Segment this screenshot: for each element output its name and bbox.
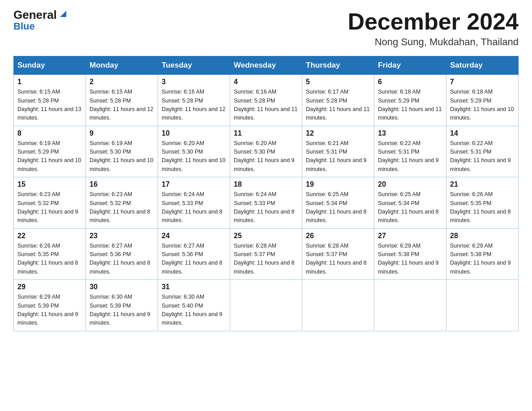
calendar-week-row: 8Sunrise: 6:19 AMSunset: 5:29 PMDaylight…: [14, 126, 519, 177]
day-info: Sunrise: 6:28 AMSunset: 5:37 PMDaylight:…: [234, 242, 298, 277]
page-header: General Blue December 2024 Nong Sung, Mu…: [13, 9, 519, 48]
calendar-cell: 23Sunrise: 6:27 AMSunset: 5:36 PMDayligh…: [86, 228, 158, 280]
day-info: Sunrise: 6:30 AMSunset: 5:39 PMDaylight:…: [90, 293, 154, 328]
day-number: 2: [90, 78, 154, 86]
day-info: Sunrise: 6:16 AMSunset: 5:28 PMDaylight:…: [162, 88, 226, 123]
day-info: Sunrise: 6:21 AMSunset: 5:31 PMDaylight:…: [306, 139, 370, 174]
column-header-thursday: Thursday: [302, 56, 374, 75]
location-title: Nong Sung, Mukdahan, Thailand: [348, 36, 519, 48]
calendar-cell: 20Sunrise: 6:25 AMSunset: 5:34 PMDayligh…: [374, 177, 446, 229]
day-number: 8: [17, 129, 82, 137]
day-number: 20: [378, 180, 442, 188]
day-number: 4: [234, 78, 298, 86]
day-number: 14: [450, 129, 515, 137]
calendar-cell: [374, 280, 446, 331]
day-info: Sunrise: 6:15 AMSunset: 5:28 PMDaylight:…: [17, 88, 82, 123]
logo-general: General: [13, 9, 57, 21]
day-number: 15: [17, 180, 82, 188]
calendar-cell: 22Sunrise: 6:26 AMSunset: 5:35 PMDayligh…: [14, 228, 86, 280]
day-number: 17: [162, 180, 226, 188]
calendar-cell: 21Sunrise: 6:26 AMSunset: 5:35 PMDayligh…: [446, 177, 519, 229]
calendar-week-row: 15Sunrise: 6:23 AMSunset: 5:32 PMDayligh…: [14, 177, 519, 229]
day-info: Sunrise: 6:15 AMSunset: 5:28 PMDaylight:…: [90, 88, 154, 123]
column-header-friday: Friday: [374, 56, 446, 75]
day-number: 24: [162, 232, 226, 240]
day-number: 1: [17, 78, 82, 86]
calendar-cell: 9Sunrise: 6:19 AMSunset: 5:30 PMDaylight…: [86, 126, 158, 177]
day-number: 28: [450, 232, 515, 240]
calendar-cell: 27Sunrise: 6:29 AMSunset: 5:38 PMDayligh…: [374, 228, 446, 280]
day-info: Sunrise: 6:23 AMSunset: 5:32 PMDaylight:…: [17, 190, 82, 225]
day-number: 7: [450, 78, 515, 86]
day-number: 13: [378, 129, 442, 137]
calendar-week-row: 1Sunrise: 6:15 AMSunset: 5:28 PMDaylight…: [14, 75, 519, 126]
day-info: Sunrise: 6:24 AMSunset: 5:33 PMDaylight:…: [162, 190, 226, 225]
day-number: 3: [162, 78, 226, 86]
day-info: Sunrise: 6:26 AMSunset: 5:35 PMDaylight:…: [450, 190, 515, 225]
calendar-cell: 29Sunrise: 6:29 AMSunset: 5:39 PMDayligh…: [14, 280, 86, 331]
logo: General Blue: [13, 9, 68, 32]
calendar-cell: 30Sunrise: 6:30 AMSunset: 5:39 PMDayligh…: [86, 280, 158, 331]
day-number: 10: [162, 129, 226, 137]
svg-marker-0: [60, 11, 66, 17]
calendar-cell: 25Sunrise: 6:28 AMSunset: 5:37 PMDayligh…: [230, 228, 302, 280]
calendar-cell: 28Sunrise: 6:29 AMSunset: 5:38 PMDayligh…: [446, 228, 519, 280]
calendar-cell: [446, 280, 519, 331]
day-number: 30: [90, 283, 154, 291]
calendar-cell: 6Sunrise: 6:18 AMSunset: 5:29 PMDaylight…: [374, 75, 446, 126]
calendar-cell: 12Sunrise: 6:21 AMSunset: 5:31 PMDayligh…: [302, 126, 374, 177]
column-header-sunday: Sunday: [14, 56, 86, 75]
calendar-header-row: SundayMondayTuesdayWednesdayThursdayFrid…: [14, 56, 519, 75]
day-info: Sunrise: 6:18 AMSunset: 5:29 PMDaylight:…: [450, 88, 515, 123]
calendar-cell: 18Sunrise: 6:24 AMSunset: 5:33 PMDayligh…: [230, 177, 302, 229]
day-info: Sunrise: 6:22 AMSunset: 5:31 PMDaylight:…: [450, 139, 515, 174]
day-number: 23: [90, 232, 154, 240]
day-number: 18: [234, 180, 298, 188]
calendar-cell: 8Sunrise: 6:19 AMSunset: 5:29 PMDaylight…: [14, 126, 86, 177]
day-number: 27: [378, 232, 442, 240]
day-info: Sunrise: 6:29 AMSunset: 5:38 PMDaylight:…: [450, 242, 515, 277]
day-info: Sunrise: 6:24 AMSunset: 5:33 PMDaylight:…: [234, 190, 298, 225]
day-info: Sunrise: 6:27 AMSunset: 5:36 PMDaylight:…: [90, 242, 154, 277]
calendar-cell: 16Sunrise: 6:23 AMSunset: 5:32 PMDayligh…: [86, 177, 158, 229]
day-number: 5: [306, 78, 370, 86]
day-info: Sunrise: 6:30 AMSunset: 5:40 PMDaylight:…: [162, 293, 226, 328]
day-number: 12: [306, 129, 370, 137]
calendar-cell: 19Sunrise: 6:25 AMSunset: 5:34 PMDayligh…: [302, 177, 374, 229]
calendar-week-row: 29Sunrise: 6:29 AMSunset: 5:39 PMDayligh…: [14, 280, 519, 331]
day-info: Sunrise: 6:17 AMSunset: 5:28 PMDaylight:…: [306, 88, 370, 123]
day-info: Sunrise: 6:25 AMSunset: 5:34 PMDaylight:…: [306, 190, 370, 225]
day-info: Sunrise: 6:26 AMSunset: 5:35 PMDaylight:…: [17, 242, 82, 277]
column-header-tuesday: Tuesday: [158, 56, 230, 75]
calendar-cell: 15Sunrise: 6:23 AMSunset: 5:32 PMDayligh…: [14, 177, 86, 229]
calendar-cell: 14Sunrise: 6:22 AMSunset: 5:31 PMDayligh…: [446, 126, 519, 177]
day-number: 11: [234, 129, 298, 137]
calendar-week-row: 22Sunrise: 6:26 AMSunset: 5:35 PMDayligh…: [14, 228, 519, 280]
day-number: 6: [378, 78, 442, 86]
day-info: Sunrise: 6:20 AMSunset: 5:30 PMDaylight:…: [234, 139, 298, 174]
day-number: 9: [90, 129, 154, 137]
calendar-title-area: December 2024 Nong Sung, Mukdahan, Thail…: [348, 9, 519, 48]
logo-blue: Blue: [13, 21, 35, 32]
day-info: Sunrise: 6:18 AMSunset: 5:29 PMDaylight:…: [378, 88, 442, 123]
day-info: Sunrise: 6:27 AMSunset: 5:36 PMDaylight:…: [162, 242, 226, 277]
day-number: 31: [162, 283, 226, 291]
day-number: 25: [234, 232, 298, 240]
day-number: 21: [450, 180, 515, 188]
calendar-cell: 5Sunrise: 6:17 AMSunset: 5:28 PMDaylight…: [302, 75, 374, 126]
calendar-cell: 24Sunrise: 6:27 AMSunset: 5:36 PMDayligh…: [158, 228, 230, 280]
column-header-wednesday: Wednesday: [230, 56, 302, 75]
column-header-saturday: Saturday: [446, 56, 519, 75]
day-number: 22: [17, 232, 82, 240]
day-info: Sunrise: 6:28 AMSunset: 5:37 PMDaylight:…: [306, 242, 370, 277]
day-number: 29: [17, 283, 82, 291]
calendar-cell: 17Sunrise: 6:24 AMSunset: 5:33 PMDayligh…: [158, 177, 230, 229]
day-info: Sunrise: 6:29 AMSunset: 5:39 PMDaylight:…: [17, 293, 82, 328]
day-info: Sunrise: 6:25 AMSunset: 5:34 PMDaylight:…: [378, 190, 442, 225]
day-info: Sunrise: 6:16 AMSunset: 5:28 PMDaylight:…: [234, 88, 298, 123]
calendar-cell: 3Sunrise: 6:16 AMSunset: 5:28 PMDaylight…: [158, 75, 230, 126]
calendar-cell: [230, 280, 302, 331]
calendar-cell: 2Sunrise: 6:15 AMSunset: 5:28 PMDaylight…: [86, 75, 158, 126]
calendar-cell: 1Sunrise: 6:15 AMSunset: 5:28 PMDaylight…: [14, 75, 86, 126]
day-info: Sunrise: 6:20 AMSunset: 5:30 PMDaylight:…: [162, 139, 226, 174]
